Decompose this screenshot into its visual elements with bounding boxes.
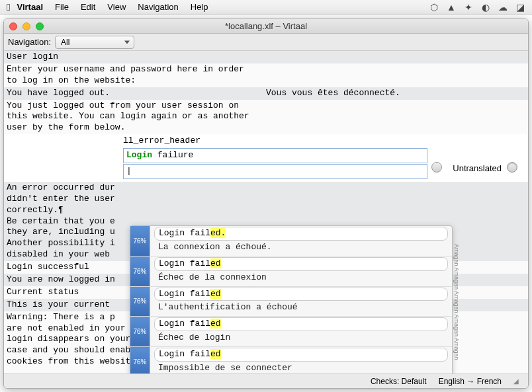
app-window: *locallang.xlf – Virtaal Navigation: All… xyxy=(3,19,529,389)
resize-grip-icon[interactable]: ◢ xyxy=(513,377,521,385)
match-percent: 76% xyxy=(130,226,150,256)
window-controls xyxy=(9,22,44,30)
edit-menu[interactable]: Edit xyxy=(81,2,95,12)
match-percent: 76% xyxy=(130,287,150,317)
checks-status[interactable]: Checks: Default xyxy=(371,377,427,386)
match-percent: 76% xyxy=(130,347,150,373)
suggestion-provider-label: Amagan Amagan Amagan Amagan Amagan xyxy=(451,233,460,371)
active-translation-unit: ll_error_header Login failure | Untransl… xyxy=(4,134,528,182)
suggestion-item[interactable]: 76% Login failed Impossible de se connec… xyxy=(130,347,452,373)
suggestion-source: Login failed xyxy=(154,257,448,271)
translation-list: User login Enter your username and passw… xyxy=(4,51,528,373)
dropbox-icon[interactable]: ⬡ xyxy=(429,2,439,13)
source-green-word: Login xyxy=(126,150,152,160)
suggestion-source: Login failed xyxy=(154,288,448,301)
suggestion-item[interactable]: 76% Login failed L'authentification a éc… xyxy=(130,287,452,317)
minimize-button[interactable] xyxy=(22,22,30,30)
suggestion-item[interactable]: 76% Login failed Échec de la connexion xyxy=(130,256,452,287)
file-menu[interactable]: File xyxy=(55,2,69,12)
match-percent: 76% xyxy=(130,317,150,346)
list-item[interactable]: You have logged out. Vous vous êtes déco… xyxy=(4,87,528,100)
tm-suggestions-popup: 76% Login failed. La connexion a échoué.… xyxy=(130,225,453,373)
list-item[interactable]: User login xyxy=(4,51,528,63)
suggestion-source: Login failed. xyxy=(154,227,448,241)
view-menu[interactable]: View xyxy=(107,2,126,12)
untranslated-radio[interactable] xyxy=(507,162,517,173)
suggestion-target: La connexion a échoué. xyxy=(154,241,448,254)
drive-icon[interactable]: ▲ xyxy=(446,2,457,13)
match-percent: 76% xyxy=(130,256,150,286)
navigation-menu[interactable]: Navigation xyxy=(138,2,178,12)
source-text: You have logged out. xyxy=(7,88,266,99)
untranslated-label: Untranslated xyxy=(453,163,502,175)
cloud-icon[interactable]: ☁ xyxy=(498,2,508,13)
window-title: *locallang.xlf – Virtaal xyxy=(4,21,528,31)
close-button[interactable] xyxy=(9,22,17,30)
list-item[interactable]: You just logged out from your user sessi… xyxy=(4,100,528,135)
source-field: Login failure xyxy=(123,148,427,163)
misc-icon[interactable]: ◪ xyxy=(515,2,525,13)
app-menu[interactable]: Virtaal xyxy=(17,2,43,12)
suggestion-source: Login failed xyxy=(154,317,448,331)
navigation-label: Navigation: xyxy=(8,37,51,47)
system-menubar:  Virtaal File Edit View Navigation Help… xyxy=(0,0,532,15)
circle-icon[interactable]: ◐ xyxy=(480,2,491,13)
titlebar[interactable]: *locallang.xlf – Virtaal xyxy=(4,19,528,34)
navigation-bar: Navigation: All xyxy=(4,34,528,51)
source-rest: failure xyxy=(152,150,193,160)
list-item[interactable]: Enter your username and password here in… xyxy=(4,63,528,87)
suggestion-target: Échec de la connexion xyxy=(154,272,448,284)
target-input[interactable]: | xyxy=(123,164,427,179)
apple-icon[interactable]:  xyxy=(7,1,10,13)
help-menu[interactable]: Help xyxy=(191,2,208,12)
suggestion-target: Impossible de se connecter xyxy=(154,362,448,373)
system-tray: ⬡ ▲ ✦ ◐ ☁ ◪ xyxy=(429,2,525,13)
suggestion-target: L'authentification a échoué xyxy=(154,301,448,314)
suggestion-item[interactable]: 76% Login failed Échec de login xyxy=(130,317,452,347)
evernote-icon[interactable]: ✦ xyxy=(463,2,474,13)
suggestion-source: Login failed xyxy=(154,348,448,362)
target-text: Vous vous êtes déconnecté. xyxy=(266,88,525,99)
zoom-button[interactable] xyxy=(36,22,44,30)
suggestion-item[interactable]: 76% Login failed. La connexion a échoué. xyxy=(130,226,452,256)
state-radio-left[interactable] xyxy=(431,162,442,173)
navigation-select[interactable]: All xyxy=(55,36,134,49)
unit-key: ll_error_header xyxy=(123,136,528,147)
language-pair[interactable]: English → French xyxy=(439,377,502,386)
suggestion-target: Échec de login xyxy=(154,332,448,344)
status-bar: Checks: Default English → French ◢ xyxy=(4,373,528,388)
navigation-selected-value: All xyxy=(61,38,69,47)
